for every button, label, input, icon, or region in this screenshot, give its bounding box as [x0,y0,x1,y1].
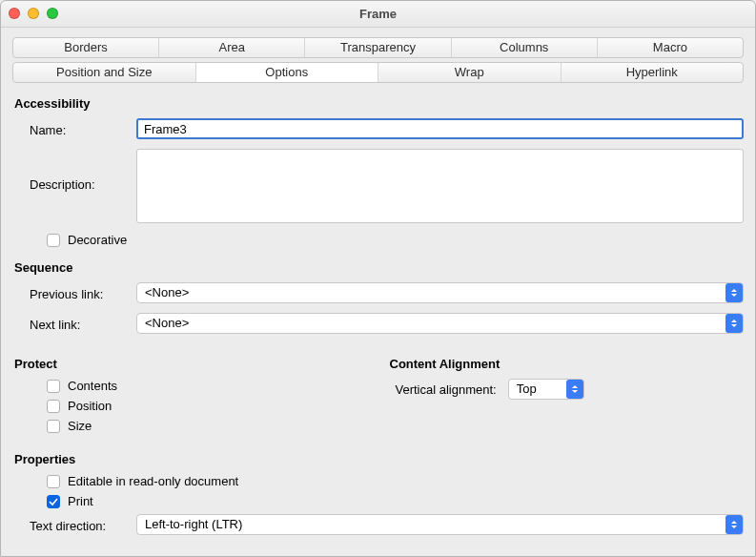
tab-columns[interactable]: Columns [452,38,598,57]
tab-wrap[interactable]: Wrap [378,63,562,82]
protect-contents-checkbox[interactable] [47,380,60,393]
minimize-icon[interactable] [28,8,39,19]
frame-options-dialog: Frame Borders Area Transparency Columns … [0,0,756,557]
protect-size-label: Size [68,419,92,433]
chevron-updown-icon [725,283,743,302]
protect-size-checkbox[interactable] [47,420,60,433]
tab-hyperlink[interactable]: Hyperlink [562,63,744,82]
decorative-checkbox[interactable] [47,234,60,247]
text-direction-value: Left-to-right (LTR) [136,514,744,535]
protect-position-checkbox[interactable] [47,400,60,413]
section-properties: Properties [14,452,744,466]
section-content-alignment: Content Alignment [390,357,745,371]
decorative-label: Decorative [68,233,127,247]
tab-options[interactable]: Options [196,63,379,82]
text-direction-label: Text direction: [30,516,136,533]
chevron-updown-icon [725,314,743,333]
tab-area[interactable]: Area [159,38,305,57]
next-link-value: <None> [136,313,744,334]
dialog-content: Borders Area Transparency Columns Macro … [1,28,755,556]
titlebar: Frame [1,1,755,28]
text-direction-select[interactable]: Left-to-right (LTR) [136,514,744,535]
previous-link-value: <None> [136,282,744,303]
print-label: Print [68,494,93,508]
tab-borders[interactable]: Borders [13,38,159,57]
chevron-updown-icon [725,515,743,534]
window-controls [9,8,58,19]
chevron-updown-icon [566,380,583,399]
tab-macro[interactable]: Macro [598,38,743,57]
section-sequence: Sequence [14,260,744,275]
editable-readonly-checkbox[interactable] [47,475,60,488]
name-label: Name: [30,120,136,137]
section-protect: Protect [14,357,369,371]
previous-link-label: Previous link: [30,284,136,301]
tabbar-row-1: Borders Area Transparency Columns Macro [12,37,744,58]
window-title: Frame [359,7,397,21]
section-accessibility: Accessibility [14,96,744,111]
description-label: Description: [30,149,136,192]
close-icon[interactable] [9,8,20,19]
print-checkbox[interactable] [47,495,60,508]
previous-link-select[interactable]: <None> [136,282,744,303]
tab-transparency[interactable]: Transparency [305,38,451,57]
next-link-label: Next link: [30,315,136,332]
protect-position-label: Position [68,399,112,413]
vertical-alignment-select[interactable]: Top [508,379,584,400]
tabbar-row-2: Position and Size Options Wrap Hyperlink [12,62,744,83]
editable-readonly-label: Editable in read-only document [68,474,238,488]
zoom-icon[interactable] [47,8,58,19]
protect-contents-label: Contents [68,379,117,393]
next-link-select[interactable]: <None> [136,313,744,334]
vertical-alignment-label: Vertical alignment: [396,382,497,397]
name-input[interactable] [136,118,744,139]
description-input[interactable] [136,149,744,223]
tab-position-and-size[interactable]: Position and Size [13,63,196,82]
